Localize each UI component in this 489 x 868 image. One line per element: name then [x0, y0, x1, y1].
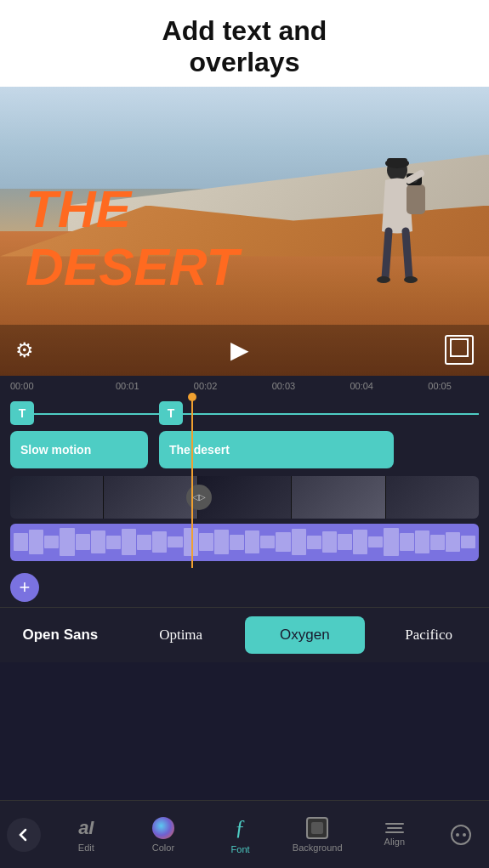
background-icon: [306, 817, 328, 839]
time-mark-2: 00:02: [167, 381, 245, 391]
font-label: Font: [231, 844, 250, 854]
svg-point-11: [463, 833, 466, 837]
video-text-overlay: THE DESERT: [26, 180, 238, 296]
edit-label: Edit: [78, 842, 94, 853]
svg-point-9: [452, 825, 470, 844]
svg-rect-8: [451, 339, 468, 356]
settings-icon[interactable]: ⚙: [15, 338, 34, 362]
track-connector-2: [183, 413, 479, 415]
font-selector: Open Sans Optima Oxygen Pacifico: [0, 607, 489, 662]
audio-waveform-track: [10, 524, 479, 561]
align-label: Align: [384, 837, 405, 847]
toolbar-item-color[interactable]: Color: [125, 810, 202, 859]
time-mark-0: 00:00: [10, 381, 88, 391]
time-mark-5: 00:05: [401, 381, 479, 391]
bottom-toolbar: aI Edit Color ƒ Font Background Align: [0, 800, 489, 868]
font-option-oxygen[interactable]: Oxygen: [245, 616, 366, 654]
edit-icon: aI: [78, 817, 94, 839]
overlay-line2: DESERT: [26, 238, 238, 296]
font-option-pacifico[interactable]: Pacifico: [368, 616, 489, 654]
playhead-handle[interactable]: [188, 393, 196, 401]
time-ruler: 00:00 00:01 00:02 00:03 00:04 00:05: [0, 376, 489, 396]
slow-motion-clip[interactable]: Slow motion: [10, 431, 148, 468]
svg-rect-2: [387, 158, 407, 165]
text-track-icon-1[interactable]: T: [10, 401, 34, 425]
video-thumb-3: [198, 476, 292, 519]
toolbar-item-more[interactable]: [433, 815, 489, 854]
video-preview: THE DESERT ⚙ ▶: [0, 87, 489, 376]
toolbar-item-edit[interactable]: aI Edit: [48, 810, 125, 859]
overlay-line1: THE: [26, 180, 238, 238]
font-option-optima[interactable]: Optima: [121, 616, 242, 654]
svg-point-10: [456, 833, 459, 837]
desert-clip[interactable]: The desert: [159, 431, 394, 468]
toolbar-item-background[interactable]: Background: [279, 810, 356, 859]
time-mark-3: 00:03: [244, 381, 322, 391]
timeline-section: 00:00 00:01 00:02 00:03 00:04 00:05 T T: [0, 376, 489, 607]
back-button[interactable]: [7, 818, 41, 852]
video-thumb-5: [386, 476, 479, 519]
play-button[interactable]: ▶: [230, 336, 249, 364]
svg-point-6: [377, 276, 390, 283]
text-track-icon-2[interactable]: T: [159, 401, 183, 425]
add-track-button[interactable]: +: [10, 573, 39, 602]
more-icon: [448, 822, 474, 848]
add-track-area: +: [0, 568, 489, 607]
page-title: Add text and overlays: [17, 15, 472, 78]
video-clip-strip[interactable]: [10, 476, 479, 519]
align-icon: [385, 823, 404, 833]
time-mark-4: 00:04: [322, 381, 401, 391]
font-icon: ƒ: [235, 815, 246, 841]
video-thumb-4: [292, 476, 385, 519]
video-thumb-1: [10, 476, 104, 519]
time-mark-1: 00:01: [88, 381, 167, 391]
sound-badge: ◁▷: [186, 485, 212, 510]
color-label: Color: [152, 842, 174, 853]
playhead: [191, 396, 193, 568]
video-thumb-2: [104, 476, 197, 519]
font-option-opensans[interactable]: Open Sans: [0, 616, 121, 654]
svg-point-7: [404, 276, 418, 283]
toolbar-item-align[interactable]: Align: [356, 816, 434, 854]
timeline-tracks: T T Slow motion The desert: [0, 396, 489, 568]
background-label: Background: [293, 842, 343, 853]
person-silhouette: [353, 155, 429, 342]
header: Add text and overlays: [0, 0, 489, 87]
fullscreen-button[interactable]: [445, 335, 474, 365]
color-icon: [152, 817, 174, 839]
svg-rect-3: [407, 184, 425, 214]
toolbar-item-font[interactable]: ƒ Font: [202, 808, 279, 861]
video-controls: ⚙ ▶: [0, 325, 489, 376]
